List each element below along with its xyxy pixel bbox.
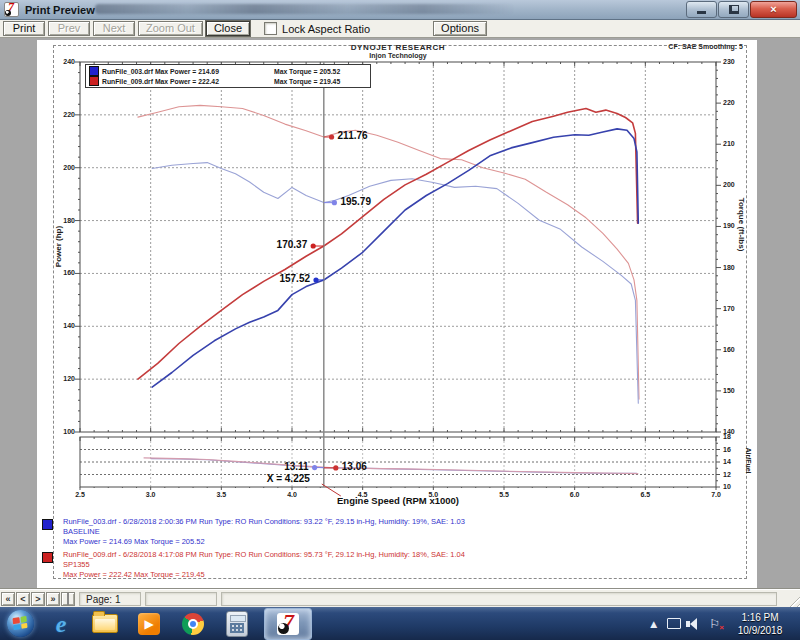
print-preview-toolbar: Print Prev Next Zoom Out Close Lock Aspe… (0, 20, 800, 38)
cursor-value-label: 170.37 (277, 239, 308, 250)
x-tick-label: 6.0 (563, 491, 587, 499)
taskbar-item-dynojet-active[interactable]: 7 (264, 608, 312, 640)
legend-row-sp1355: RunFile_009.drf Max Power = 222.42 Max T… (89, 76, 367, 86)
minimize-icon (697, 11, 706, 14)
close-window-button[interactable]: × (750, 1, 797, 18)
torque-tick-label: 160 (723, 346, 735, 354)
rpm-axis-title: Engine Speed (RPM x1000) (298, 495, 498, 506)
resize-grip[interactable] (785, 593, 800, 608)
chrome-icon (182, 613, 204, 635)
statusbar: « < > » Page: 1 (0, 589, 800, 608)
action-center-flag-icon[interactable]: ⚐× (709, 617, 720, 631)
cursor-value-label: 13.06 (342, 461, 367, 472)
run-name: SP1355 (63, 560, 90, 569)
x-tick-label: 2.5 (68, 491, 92, 499)
taskbar-item-internet-explorer[interactable]: e (44, 610, 78, 638)
close-button[interactable]: Close (206, 21, 250, 36)
cursor-x-label: X = 4.225 (267, 473, 310, 484)
legend-text: RunFile_003.drf Max Power = 214.69 (102, 68, 274, 75)
run-swatch-blue (42, 519, 53, 530)
next-button[interactable]: Next (93, 21, 135, 36)
cursor-value-label: 211.76 (338, 130, 368, 141)
clock-date: 10/9/2018 (730, 624, 790, 637)
lock-aspect-ratio-label: Lock Aspect Ratio (282, 23, 370, 35)
airfuel-tick-label: 18 (723, 433, 731, 441)
system-tray: ▲ ⚐× 1:16 PM 10/9/2018 (650, 607, 800, 640)
torque-tick-label: 210 (723, 140, 735, 148)
power-tick-label: 220 (53, 111, 75, 119)
legend-swatch-red (89, 76, 99, 86)
x-tick-label: 4.5 (351, 491, 375, 499)
power-tick-label: 240 (53, 58, 75, 66)
power-tick-label: 100 (53, 428, 75, 436)
preview-page[interactable]: DYNOJET RESEARCH Injon Technology CF: SA… (37, 40, 757, 588)
document-icon (67, 593, 69, 605)
preview-client-area: DYNOJET RESEARCH Injon Technology CF: SA… (0, 38, 800, 589)
airfuel-tick-label: 12 (723, 471, 731, 479)
minimize-button[interactable] (686, 1, 717, 18)
restore-icon (729, 5, 739, 14)
dynojet-app-icon: 7 (277, 613, 299, 635)
zoom-out-button[interactable]: Zoom Out (138, 21, 203, 36)
torque-axis-title: Torque (ft-lbs) (737, 180, 746, 270)
power-tick-label: 200 (53, 164, 75, 172)
action-center-alert-badge: × (719, 623, 724, 632)
taskbar-item-media-player[interactable]: ▶ (132, 610, 166, 638)
taskbar-item-calculator[interactable] (220, 610, 254, 638)
calculator-icon (226, 611, 248, 637)
chart-legend: RunFile_003.drf Max Power = 214.69 Max T… (85, 64, 371, 88)
volume-icon[interactable] (690, 618, 697, 630)
lock-aspect-ratio-checkbox[interactable] (264, 22, 277, 35)
lock-aspect-ratio-control: Lock Aspect Ratio (264, 22, 370, 35)
airfuel-tick-label: 16 (723, 446, 731, 454)
first-page-button[interactable]: « (1, 592, 15, 606)
internet-explorer-icon: e (56, 612, 67, 636)
run-max-values: Max Power = 214.69 Max Torque = 205.52 (63, 537, 205, 546)
soccer-ball-icon (278, 623, 289, 634)
folder-icon (92, 614, 118, 633)
x-tick-label: 7.0 (704, 491, 728, 499)
dyno-ball-icon (5, 10, 11, 16)
power-tick-label: 140 (53, 322, 75, 330)
cursor-value-label: 13.11 (284, 461, 308, 472)
options-button[interactable]: Options (433, 21, 487, 36)
window-controls: × (685, 1, 797, 18)
cursor-value-label: 157.52 (279, 273, 310, 284)
airfuel-tick-label: 10 (723, 483, 731, 491)
taskbar-item-chrome[interactable] (176, 610, 210, 638)
last-page-button[interactable]: » (46, 592, 60, 606)
torque-tick-label: 170 (723, 305, 735, 313)
print-button[interactable]: Print (3, 21, 45, 36)
power-tick-label: 160 (53, 269, 75, 277)
windows-flag-icon (12, 616, 27, 630)
network-icon[interactable] (667, 618, 681, 629)
cursor-value-label: 195.79 (340, 196, 371, 207)
run-info-line: RunFile_009.drf - 6/28/2018 4:17:08 PM R… (63, 550, 465, 559)
x-tick-label: 3.5 (209, 491, 233, 499)
prev-page-button[interactable]: < (16, 592, 30, 606)
x-tick-label: 5.5 (492, 491, 516, 499)
x-tick-label: 5.0 (421, 491, 445, 499)
desktop-screen: 7 Print Preview × Print Prev Next Zoom O… (0, 0, 800, 640)
taskbar-item-file-explorer[interactable] (88, 610, 122, 638)
page-setup-button[interactable] (61, 592, 75, 606)
torque-tick-label: 150 (723, 387, 735, 395)
page-indicator: Page: 1 (79, 592, 141, 606)
torque-tick-label: 190 (723, 222, 735, 230)
legend-swatch-blue (89, 66, 99, 76)
restore-button[interactable] (718, 1, 749, 18)
status-panel-2 (145, 592, 217, 606)
airfuel-tick-label: 14 (723, 458, 731, 466)
legend-torque: Max Torque = 219.45 (274, 78, 340, 85)
prev-button[interactable]: Prev (48, 21, 90, 36)
app-icon: 7 (4, 2, 19, 17)
taskbar-clock[interactable]: 1:16 PM 10/9/2018 (730, 611, 790, 637)
start-button[interactable] (7, 610, 34, 637)
torque-tick-label: 180 (723, 264, 735, 272)
hidden-icons-arrow[interactable]: ▲ (650, 619, 657, 629)
taskbar: e ▶ 7 ▲ ⚐× 1:16 PM 10/9/2018 (0, 607, 800, 640)
airfuel-axis-title: Air/Fuel (745, 431, 752, 491)
titlebar: 7 Print Preview × (0, 0, 800, 20)
next-page-button[interactable]: > (31, 592, 45, 606)
power-tick-label: 180 (53, 217, 75, 225)
